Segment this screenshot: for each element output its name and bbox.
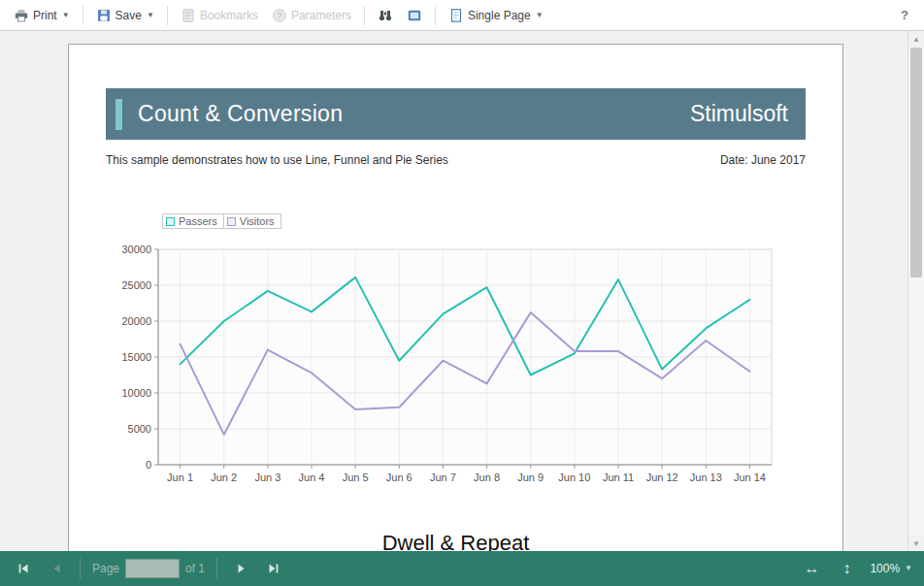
first-page-button[interactable] (12, 557, 35, 580)
svg-text:Jun 4: Jun 4 (299, 472, 325, 483)
report-date: Date: June 2017 (720, 153, 806, 167)
svg-text:Jun 3: Jun 3 (254, 472, 280, 483)
svg-text:Jun 1: Jun 1 (167, 472, 193, 483)
page-of-label: of 1 (185, 562, 205, 575)
zoom-control[interactable]: 100% ▼ (870, 562, 912, 575)
chart-legend: PassersVisitors (162, 213, 842, 229)
save-icon (96, 8, 112, 23)
svg-text:Jun 6: Jun 6 (386, 472, 412, 483)
chevron-down-icon: ▼ (147, 12, 154, 19)
vertical-scrollbar[interactable]: ▲ ▼ (908, 31, 924, 551)
previous-page-button[interactable] (45, 557, 68, 580)
report-header-band: Count & Conversion Stimulsoft (106, 88, 806, 140)
chevron-down-icon: ▼ (62, 12, 70, 19)
save-label: Save (116, 9, 142, 22)
svg-text:?: ? (277, 11, 281, 20)
print-button[interactable]: Print ▼ (8, 4, 76, 27)
svg-text:10000: 10000 (121, 387, 151, 399)
parameters-icon: ? (272, 8, 287, 23)
print-label: Print (33, 9, 57, 22)
fit-width-button[interactable]: ↔ (800, 557, 823, 580)
svg-text:Jun 9: Jun 9 (517, 472, 544, 483)
legend-color-chip (166, 217, 175, 226)
scroll-up-icon[interactable]: ▲ (908, 31, 924, 47)
line-chart-svg: 050001000015000200002500030000Jun 1Jun 2… (108, 242, 787, 492)
fullscreen-button[interactable] (401, 4, 428, 27)
view-mode-label: Single Page (468, 9, 531, 22)
zoom-value: 100% (870, 562, 900, 575)
svg-text:Jun 12: Jun 12 (646, 472, 678, 483)
chart-container: 050001000015000200002500030000Jun 1Jun 2… (108, 242, 842, 492)
printer-icon (14, 8, 29, 23)
fit-height-button[interactable]: ↕ (835, 557, 858, 580)
find-button[interactable] (372, 4, 399, 27)
help-button[interactable]: ? (893, 4, 916, 26)
first-page-icon (16, 562, 30, 575)
bookmarks-icon (181, 8, 196, 23)
svg-text:Jun 11: Jun 11 (603, 472, 634, 483)
view-mode-button[interactable]: Single Page ▼ (443, 4, 549, 27)
toolbar-separator (167, 6, 168, 25)
svg-text:Jun 13: Jun 13 (690, 472, 722, 483)
svg-text:Jun 7: Jun 7 (430, 472, 456, 483)
legend-item: Visitors (223, 213, 281, 229)
svg-text:0: 0 (146, 459, 151, 471)
scroll-down-icon[interactable]: ▼ (908, 536, 924, 551)
header-accent-bar (116, 99, 122, 130)
legend-color-chip (227, 217, 236, 226)
parameters-label: Parameters (291, 9, 351, 22)
bookmarks-label: Bookmarks (200, 9, 258, 22)
next-section-title: Dwell & Repeat (69, 531, 842, 551)
last-page-icon (267, 562, 280, 575)
svg-text:30000: 30000 (121, 244, 151, 255)
report-subtitle-row: This sample demonstrates how to use Line… (106, 153, 806, 167)
page-navigation-group: Page of 1 (92, 559, 205, 578)
toolbar-separator (435, 6, 436, 25)
last-page-button[interactable] (262, 557, 285, 580)
toolbar-separator (364, 6, 365, 25)
save-button[interactable]: Save ▼ (90, 4, 160, 27)
svg-text:Jun 2: Jun 2 (211, 472, 237, 483)
previous-page-icon (50, 562, 63, 575)
binoculars-icon (378, 8, 393, 23)
next-page-button[interactable] (229, 557, 252, 580)
page-label: Page (92, 562, 119, 575)
svg-text:Jun 10: Jun 10 (558, 472, 590, 483)
fit-height-icon: ↕ (842, 561, 850, 576)
statusbar: Page of 1 ↔ ↕ 100% ▼ (0, 551, 924, 586)
statusbar-right-group: ↔ ↕ 100% ▼ (800, 557, 912, 580)
report-brand: Stimulsoft (690, 101, 788, 127)
svg-text:Jun 14: Jun 14 (734, 472, 766, 483)
parameters-button[interactable]: ? Parameters (266, 4, 357, 27)
svg-text:5000: 5000 (128, 423, 151, 435)
toolbar: Print ▼ Save ▼ Bookmarks ? Parameters (0, 0, 924, 31)
report-title: Count & Conversion (138, 101, 343, 127)
svg-text:Jun 8: Jun 8 (474, 472, 500, 483)
page-number-input[interactable] (125, 559, 180, 578)
report-page: Count & Conversion Stimulsoft This sampl… (68, 44, 843, 551)
legend-label: Visitors (240, 215, 275, 227)
report-viewer: Count & Conversion Stimulsoft This sampl… (0, 31, 924, 551)
toolbar-separator (82, 6, 83, 25)
legend-item: Passers (162, 213, 224, 229)
report-description: This sample demonstrates how to use Line… (106, 153, 448, 167)
chevron-down-icon: ▼ (536, 12, 544, 19)
bookmarks-button[interactable]: Bookmarks (175, 4, 264, 27)
svg-text:15000: 15000 (121, 351, 151, 363)
scrollbar-thumb[interactable] (910, 48, 922, 277)
statusbar-separator (216, 558, 217, 579)
svg-text:20000: 20000 (121, 315, 151, 327)
statusbar-separator (80, 558, 81, 579)
single-page-icon (448, 8, 464, 23)
svg-text:Jun 5: Jun 5 (343, 472, 369, 483)
fit-width-icon: ↔ (804, 561, 819, 576)
next-page-icon (234, 562, 248, 575)
svg-text:25000: 25000 (121, 279, 151, 291)
legend-label: Passers (179, 215, 217, 227)
monitor-icon (407, 8, 422, 23)
chevron-down-icon: ▼ (905, 565, 912, 572)
